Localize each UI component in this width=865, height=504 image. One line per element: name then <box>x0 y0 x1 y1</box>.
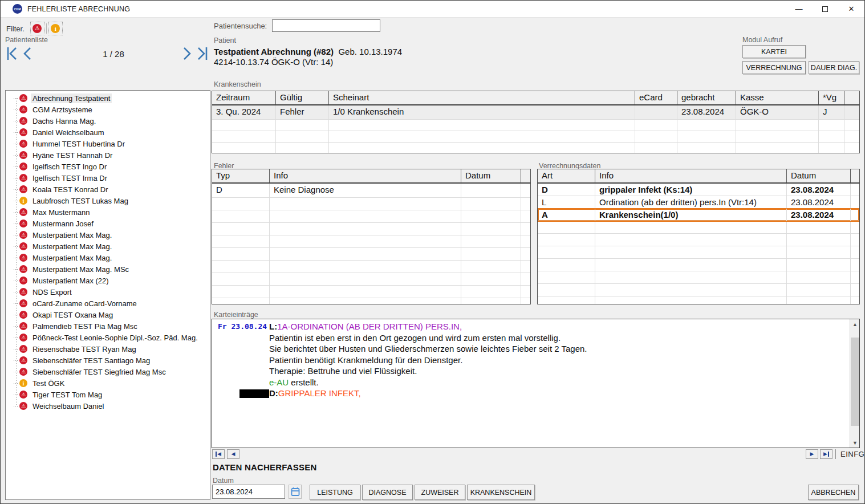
patient-list-item[interactable]: ⚠Palmendieb TEST Pia Mag Msc <box>6 320 210 332</box>
warning-icon: ⚠ <box>19 231 27 239</box>
patient-list-item[interactable]: ⚠Musterpatient Max Mag. <box>6 229 210 241</box>
maximize-button[interactable] <box>812 1 838 17</box>
patient-list-item[interactable]: ⚠oCard-Zuname oCard-Vorname <box>6 298 210 309</box>
prev-icon: ◀ <box>232 452 235 457</box>
column-header[interactable]: gebracht <box>677 91 736 104</box>
patient-list-item[interactable]: ⚠Igelfisch TEST Irma Dr <box>6 172 210 184</box>
warning-icon: ⚠ <box>19 322 27 330</box>
filter-info-button[interactable]: i <box>48 22 63 35</box>
patient-list-item[interactable]: ⚠Koala TEST Konrad Dr <box>6 184 210 195</box>
column-header[interactable]: Datum <box>461 169 521 182</box>
patient-list-item[interactable]: ⚠Mustermann Josef <box>6 218 210 229</box>
patient-list-item[interactable]: ⚠Max Mustermann <box>6 206 210 218</box>
column-header[interactable]: Art <box>538 169 595 182</box>
kartei-entry-date: Fr 23.08.24 <box>218 322 267 331</box>
kartei-line: e-AU erstellt. <box>212 377 859 388</box>
patient-item-label: Musterpatient Max Mag. MSc <box>31 265 131 274</box>
datum-input[interactable] <box>212 485 285 499</box>
kartei-button[interactable]: KARTEI <box>742 45 806 58</box>
table-row[interactable]: 3. Qu. 2024Fehler1/0 Krankenschein23.08.… <box>212 105 859 120</box>
column-header[interactable] <box>851 169 859 182</box>
kartei-date-gutter <box>212 343 269 344</box>
patient-list-item[interactable]: ⚠Dachs Hanna Mag. <box>6 115 210 127</box>
patient-list-item[interactable]: ⚠Musterpatient Max Mag. <box>6 241 210 252</box>
info-icon: i <box>19 379 27 387</box>
scroll-down-icon[interactable]: ▼ <box>850 438 860 448</box>
leistung-button[interactable]: LEISTUNG <box>310 485 360 500</box>
patient-list-item[interactable]: ⚠Siebenschläfer TEST Santiago Mag <box>6 355 210 366</box>
scroll-prev-button[interactable]: ◀ <box>227 449 239 459</box>
kartei-scrollbar[interactable]: ▲ ▼ <box>850 319 859 448</box>
column-header[interactable] <box>521 169 530 182</box>
next-patient-button[interactable] <box>180 46 194 62</box>
warning-icon: ⚠ <box>19 185 27 193</box>
kartei-panel[interactable]: Fr 23.08.24L:1A-ORDINATION (AB DER DRITT… <box>212 319 860 448</box>
patient-list-item[interactable]: ⚠Abrechnung Testpatient <box>6 92 210 104</box>
abbrechen-button[interactable]: ABBRECHEN <box>808 485 859 500</box>
empty-row <box>538 234 859 246</box>
last-patient-button[interactable] <box>194 46 209 62</box>
patient-list-item[interactable]: ⚠Hyäne TEST Hannah Dr <box>6 149 210 161</box>
empty-cell <box>851 284 859 296</box>
column-header[interactable]: Scheinart <box>329 91 635 104</box>
patient-list-item[interactable]: ⚠Musterpatient Max Mag. MSc <box>6 263 210 275</box>
scroll-last-button[interactable]: ▶ <box>820 449 832 459</box>
column-header[interactable]: Gültig <box>276 91 329 104</box>
column-header[interactable]: Info <box>270 169 461 182</box>
patient-list-item[interactable]: ⚠Musterpatient Max Mag. <box>6 252 210 263</box>
fehler-table[interactable]: TypInfoDatumDKeine Diagnose <box>212 169 531 304</box>
column-header[interactable]: Datum <box>787 169 851 182</box>
calendar-button[interactable] <box>289 485 302 499</box>
patient-list-item[interactable]: ⚠Okapi TEST Oxana Mag <box>6 309 210 320</box>
column-header[interactable]: Zeitraum <box>212 91 276 104</box>
kartei-entry-text: Sie berichtet über Husten und Gliedersch… <box>269 343 587 353</box>
filter-warning-button[interactable]: ⚠ <box>30 22 44 35</box>
kartei-entry-text: Patientin ist eben erst in den Ort gezog… <box>269 332 561 343</box>
empty-cell <box>276 143 329 153</box>
dauer-diag-button[interactable]: DAUER DIAG. <box>809 61 859 74</box>
patient-list-item[interactable]: ⚠CGM Arztsysteme <box>6 104 210 115</box>
close-button[interactable]: ✕ <box>838 1 864 17</box>
first-patient-button[interactable] <box>5 46 20 62</box>
table-row[interactable]: LOrdination (ab der dritten) pers.In (Vt… <box>538 196 859 209</box>
empty-cell <box>521 261 530 273</box>
verrechnung-button[interactable]: VERRECHNUNG <box>742 61 806 74</box>
scroll-first-button[interactable]: ◀ <box>212 449 225 459</box>
minimize-button[interactable]: — <box>786 1 812 17</box>
scroll-next-button[interactable]: ▶ <box>806 449 818 459</box>
patient-list-item[interactable]: ⚠Tiger TEST Tom Mag <box>6 389 210 400</box>
patient-list-item[interactable]: ⚠Hummel TEST Hubertina Dr <box>6 138 210 149</box>
column-header[interactable]: Info <box>595 169 787 182</box>
patient-list-item[interactable]: ⚠Siebenschläfer TEST Siegfried Mag Msc <box>6 366 210 377</box>
verrechnungsdaten-table[interactable]: ArtInfoDatumDgrippaler Infekt (Ks:14)23.… <box>537 169 860 304</box>
krankenschein-button[interactable]: KRANKENSCHEIN <box>467 485 535 500</box>
patient-list-item[interactable]: iTest ÖGK <box>6 377 210 389</box>
column-header[interactable]: eCard <box>635 91 677 104</box>
previous-patient-button[interactable] <box>20 46 35 62</box>
column-header[interactable]: Kasse <box>736 91 819 104</box>
patient-list-item[interactable]: iLaubfrosch TEST Lukas Mag <box>6 195 210 206</box>
patient-list-item[interactable]: ⚠Weichselbaum Daniel <box>6 400 210 412</box>
table-cell: 23.08.2024 <box>787 184 851 196</box>
zuweiser-button[interactable]: ZUWEISER <box>415 485 465 500</box>
patient-list-item[interactable]: ⚠Igelfisch TEST Ingo Dr <box>6 161 210 172</box>
patient-list-item[interactable]: ⚠Riesenschabe TEST Ryan Mag <box>6 343 210 355</box>
patient-list-item[interactable]: ⚠Musterpatient Max (22) <box>6 275 210 286</box>
krankenschein-table[interactable]: ZeitraumGültigScheinarteCardgebrachtKass… <box>212 91 860 153</box>
karteieintraege-label: Karteieinträge <box>214 311 258 319</box>
scroll-up-icon[interactable]: ▲ <box>850 319 860 329</box>
table-row[interactable]: AKrankenschein(1/0)23.08.2024 <box>538 209 859 221</box>
column-header[interactable] <box>844 91 859 104</box>
column-header[interactable]: *Vg <box>819 91 844 104</box>
column-header[interactable]: Typ <box>212 169 270 182</box>
scroll-thumb[interactable] <box>851 338 859 426</box>
table-row[interactable]: DKeine Diagnose <box>212 184 530 198</box>
patient-list-item[interactable]: ⚠Daniel Weichselbaum <box>6 127 210 138</box>
diagnose-button[interactable]: DIAGNOSE <box>362 485 413 500</box>
patient-list-item[interactable]: ⚠NDS Export <box>6 286 210 298</box>
patient-search-input[interactable] <box>272 19 380 32</box>
empty-cell <box>595 296 787 304</box>
patient-list-item[interactable]: ⚠Pößneck-Test Leonie-Sophie Dipl.-Soz. P… <box>6 332 210 343</box>
patient-item-label: Musterpatient Max Mag. <box>31 230 113 240</box>
table-row[interactable]: Dgrippaler Infekt (Ks:14)23.08.2024 <box>538 184 859 196</box>
